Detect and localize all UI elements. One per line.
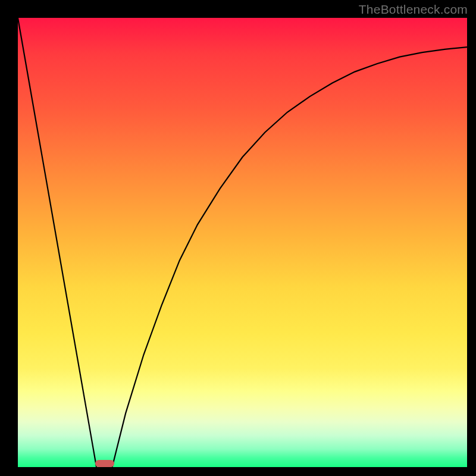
chart-curves: [18, 18, 467, 467]
watermark-text: TheBottleneck.com: [359, 2, 468, 17]
right-curve-line: [112, 47, 467, 467]
minimum-marker: [95, 460, 114, 467]
left-segment-line: [18, 18, 96, 467]
chart-frame: TheBottleneck.com: [0, 0, 476, 476]
plot-area: [18, 18, 467, 467]
